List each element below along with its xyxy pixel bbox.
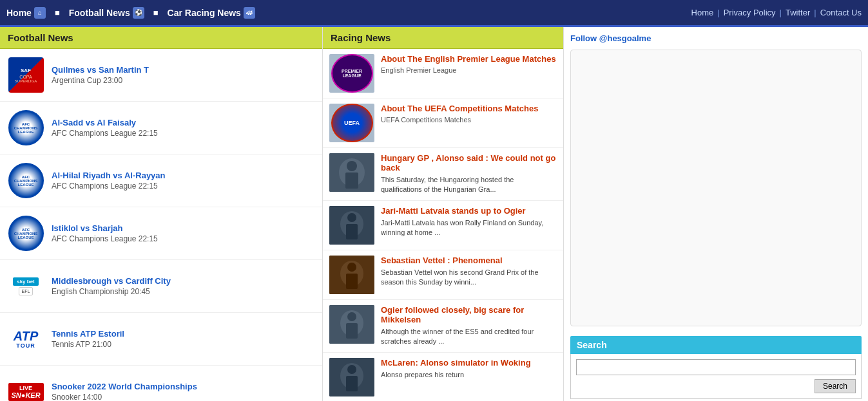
racing-desc: Jari-Matti Latvala has won Rally Finland… bbox=[381, 218, 557, 238]
home-nav-link[interactable]: Home ⌂ bbox=[6, 7, 46, 19]
search-button[interactable]: Search bbox=[815, 379, 856, 393]
racing-link[interactable]: McLaren: Alonso simulator in Woking bbox=[381, 358, 531, 368]
list-item: PREMIERLEAGUE About The English Premier … bbox=[323, 49, 563, 98]
football-news-header: Football News bbox=[0, 27, 322, 49]
afc-logo-box-3: AFCCHAMPIONSLEAGUE bbox=[6, 212, 45, 254]
pipe-1: | bbox=[717, 8, 719, 17]
football-item-text: Istiklol vs Sharjah AFC Champions League… bbox=[52, 223, 158, 243]
list-item: ATP TOUR Tennis ATP Estoril Tennis ATP 2… bbox=[0, 313, 322, 366]
main-container: Football News SAF COPA SUPERLIGA Quilmes… bbox=[0, 27, 868, 401]
follow-twitter-link[interactable]: Follow @hesgoalme bbox=[570, 33, 862, 43]
nav-separator-2: ■ bbox=[153, 8, 159, 17]
skybet-badge: sky bet EFL bbox=[13, 277, 39, 295]
racing-subtitle: English Premier League bbox=[381, 66, 556, 74]
racing-news-panel: Racing News PREMIERLEAGUE About The Engl… bbox=[322, 27, 564, 401]
search-input[interactable] bbox=[576, 359, 856, 375]
racing-subtitle: UEFA Competitions Matches bbox=[381, 116, 538, 124]
racing-icon: 🏎 bbox=[244, 7, 255, 19]
football-news-nav-link[interactable]: Football News ⚽ bbox=[69, 7, 144, 19]
afc-badge-3: AFCCHAMPIONSLEAGUE bbox=[8, 216, 44, 251]
latvala-image bbox=[329, 206, 374, 245]
match-link[interactable]: Snooker 2022 World Championships bbox=[52, 382, 197, 391]
svg-point-14 bbox=[347, 312, 356, 321]
racing-item-text: Jari-Matti Latvala stands up to Ogier Ja… bbox=[381, 206, 557, 238]
snooker-logo-box: LIVESN●KER bbox=[6, 371, 45, 401]
skybet-logo-box: sky bet EFL bbox=[6, 265, 45, 307]
list-item: SAF COPA SUPERLIGA Quilmes vs San Martin… bbox=[0, 49, 322, 102]
svg-rect-7 bbox=[346, 224, 358, 239]
ogier-thumb bbox=[329, 305, 374, 344]
atp-logo-box: ATP TOUR bbox=[6, 318, 45, 360]
list-item: McLaren: Alonso simulator in Woking Alon… bbox=[323, 353, 563, 401]
svg-rect-15 bbox=[346, 323, 358, 339]
match-link[interactable]: Middlesbrough vs Cardiff City bbox=[52, 276, 171, 286]
football-item-text: Snooker 2022 World Championships Snooker… bbox=[52, 382, 197, 401]
hungary-thumb bbox=[329, 153, 374, 192]
racing-link[interactable]: Jari-Matti Latvala stands up to Ogier bbox=[381, 206, 557, 216]
snooker-badge: LIVESN●KER bbox=[8, 383, 44, 401]
list-item: UEFA About The UEFA Competitions Matches… bbox=[323, 98, 563, 148]
match-link[interactable]: Quilmes vs San Martin T bbox=[52, 65, 149, 75]
home-top-right-link[interactable]: Home bbox=[691, 8, 714, 17]
twitter-widget bbox=[570, 50, 862, 326]
vettel-image bbox=[329, 256, 374, 294]
match-subtitle: Argentina Cup 23:00 bbox=[52, 76, 149, 85]
afc-logo-box-2: AFCCHAMPIONSLEAGUE bbox=[6, 160, 45, 201]
racing-link[interactable]: Hungary GP , Alonso said : We could not … bbox=[381, 153, 557, 173]
racing-item-text: About The UEFA Competitions Matches UEFA… bbox=[381, 104, 538, 124]
match-subtitle: AFC Champions League 22:15 bbox=[52, 129, 158, 138]
match-link[interactable]: Istiklol vs Sharjah bbox=[52, 223, 123, 233]
match-link[interactable]: Tennis ATP Estoril bbox=[52, 329, 124, 339]
racing-link[interactable]: About The UEFA Competitions Matches bbox=[381, 104, 538, 113]
mclaren-thumb bbox=[329, 358, 374, 396]
pipe-3: | bbox=[814, 8, 816, 17]
privacy-policy-link[interactable]: Privacy Policy bbox=[724, 8, 776, 17]
football-item-text: Al-Sadd vs Al Faisaly AFC Champions Leag… bbox=[52, 118, 158, 138]
svg-rect-3 bbox=[345, 173, 358, 189]
racing-item-text: McLaren: Alonso simulator in Woking Alon… bbox=[381, 358, 531, 380]
atp-logo: ATP TOUR bbox=[14, 330, 39, 349]
racing-item-text: Ogier followed closely, big scare for Mi… bbox=[381, 305, 557, 347]
svg-rect-19 bbox=[346, 376, 358, 391]
svg-point-6 bbox=[347, 213, 356, 222]
match-link[interactable]: Al-Hilal Riyadh vs Al-Rayyan bbox=[52, 171, 166, 180]
hungary-image bbox=[329, 153, 374, 192]
mclaren-image bbox=[329, 358, 374, 396]
afc-badge: AFCCHAMPIONSLEAGUE bbox=[8, 110, 44, 145]
match-link[interactable]: Al-Sadd vs Al Faisaly bbox=[52, 118, 136, 127]
racing-desc: Alonso prepares his return bbox=[381, 370, 531, 380]
latvala-thumb bbox=[329, 206, 374, 245]
uefa-logo: UEFA bbox=[331, 104, 373, 142]
afc-logo-box: AFCCHAMPIONSLEAGUE bbox=[6, 107, 45, 149]
contact-us-link[interactable]: Contact Us bbox=[820, 8, 862, 17]
ogier-image bbox=[329, 305, 374, 344]
afc-badge-2: AFCCHAMPIONSLEAGUE bbox=[8, 163, 44, 198]
home-label: Home bbox=[6, 8, 32, 18]
list-item: Ogier followed closely, big scare for Mi… bbox=[323, 300, 563, 353]
svg-rect-11 bbox=[346, 274, 358, 289]
top-nav-left: Home ⌂ ■ Football News ⚽ ■ Car Racing Ne… bbox=[6, 7, 255, 19]
racing-item-text: About The English Premier League Matches… bbox=[381, 54, 556, 74]
racing-link[interactable]: About The English Premier League Matches bbox=[381, 54, 556, 64]
racing-link[interactable]: Ogier followed closely, big scare for Mi… bbox=[381, 305, 557, 324]
match-subtitle: English Championship 20:45 bbox=[52, 287, 171, 296]
football-item-text: Middlesbrough vs Cardiff City English Ch… bbox=[52, 276, 171, 296]
list-item: AFCCHAMPIONSLEAGUE Istiklol vs Sharjah A… bbox=[0, 207, 322, 260]
search-body: Search bbox=[570, 354, 862, 399]
list-item: AFCCHAMPIONSLEAGUE Al-Hilal Riyadh vs Al… bbox=[0, 154, 322, 207]
match-subtitle: Tennis ATP 21:00 bbox=[52, 340, 124, 349]
right-panel: Follow @hesgoalme Search Search bbox=[564, 27, 868, 401]
search-header: Search bbox=[570, 336, 862, 354]
twitter-link[interactable]: Twitter bbox=[786, 8, 810, 17]
premier-logo: PREMIERLEAGUE bbox=[331, 54, 373, 93]
football-item-text: Tennis ATP Estoril Tennis ATP 21:00 bbox=[52, 329, 124, 349]
list-item: Sebastian Vettel : Phenomenal Sebastian … bbox=[323, 250, 563, 300]
racing-news-header: Racing News bbox=[323, 27, 563, 49]
racing-link[interactable]: Sebastian Vettel : Phenomenal bbox=[381, 256, 557, 265]
match-subtitle: AFC Champions League 22:15 bbox=[52, 182, 166, 191]
list-item: AFCCHAMPIONSLEAGUE Al-Sadd vs Al Faisaly… bbox=[0, 102, 322, 154]
match-subtitle: Snooker 14:00 bbox=[52, 393, 197, 401]
car-racing-nav-link[interactable]: Car Racing News 🏎 bbox=[168, 7, 255, 19]
racing-desc: This Saturday, the Hungaroring hosted th… bbox=[381, 175, 557, 195]
svg-point-10 bbox=[347, 263, 356, 272]
